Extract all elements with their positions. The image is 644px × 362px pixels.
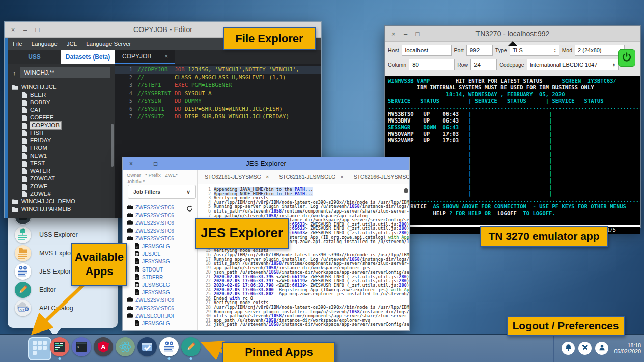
tab-uss[interactable]: USS <box>8 50 61 64</box>
menu-jcl[interactable]: JCL <box>67 41 77 47</box>
tree-item-winchj-jcl[interactable]: WINCHJ.JCL <box>8 83 115 91</box>
spool-file-jesmsglg[interactable]: JESMSGLG <box>126 243 197 250</box>
job-zwes2sv-stc6[interactable]: ZWES2SV:STC6 <box>126 235 197 243</box>
close-tab-icon[interactable]: × <box>164 53 168 60</box>
tab-copyjob[interactable]: COPYJOB × <box>115 50 175 64</box>
pinned-tasks-app[interactable] <box>137 337 157 356</box>
pinned-editor-app[interactable] <box>181 337 201 356</box>
spool-log-view[interactable]: 1Appending JAVA_HOME/bin to the PATH...2… <box>198 184 409 330</box>
tab-datasets-beta[interactable]: Datasets (Beta) <box>61 50 115 64</box>
tree-item-zowe[interactable]: ZOWE# <box>8 190 115 198</box>
close-icon[interactable]: × <box>390 30 397 38</box>
tree-item-coffee[interactable]: COFFEE <box>8 114 115 122</box>
tree-item-new1[interactable]: NEW1 <box>8 152 115 160</box>
mod-select[interactable]: 2 (24x80) ▲▼ <box>575 45 625 56</box>
code-text: //SYSIN DD DUMMY <box>137 97 202 105</box>
app-item-label: JES Explorer <box>39 268 76 275</box>
tree-item-beer[interactable]: BEER <box>8 91 115 99</box>
tree-item-test[interactable]: TEST <box>8 160 115 167</box>
pinned-jes-explorer-app[interactable] <box>159 337 179 356</box>
job-zwes2sv-stc6[interactable]: ZWES2SV:STC6 <box>126 219 197 227</box>
disconnect-power-button[interactable] <box>618 49 635 67</box>
tree-item-friday[interactable]: FRIDAY <box>8 137 115 144</box>
file-icon <box>22 184 27 190</box>
row-input[interactable]: 24 <box>470 59 497 70</box>
maximize-icon[interactable]: □ <box>414 30 421 38</box>
code-line-6: 6//SYSUT1 DD DISP=SHR,DSN=WINCHJ.JCL(FIS… <box>115 105 321 113</box>
minimize-icon[interactable]: – <box>140 160 147 167</box>
minimize-icon[interactable]: – <box>402 30 409 38</box>
refresh-icon[interactable] <box>186 205 193 214</box>
tree-item-bobby[interactable]: BOBBY <box>8 99 115 106</box>
app-item-uss-explorer-app[interactable]: USS Explorer <box>15 226 118 244</box>
spool-file-stderr[interactable]: STDERR <box>126 274 197 281</box>
code-line-1: 1//COPYJOB JOB 123456, 'WINCHJ',NOTIFY='… <box>115 66 321 74</box>
tree-item-label: TEST <box>30 160 45 167</box>
host-input[interactable]: localhost <box>402 45 452 56</box>
tree-item-fish[interactable]: FISH <box>8 129 115 137</box>
spool-tab-stc62166-jesysmsg[interactable]: STC62166-JESYSMSG× <box>354 174 409 180</box>
close-icon[interactable]: × <box>10 26 16 34</box>
preferences-button[interactable] <box>578 342 592 355</box>
tree-item-from[interactable]: FROM <box>8 144 115 152</box>
collapse-panel-icon[interactable] <box>508 41 517 46</box>
close-icon[interactable]: × <box>128 160 134 167</box>
job-zwes2sv-stc6[interactable]: ZWES2SV:STC6 <box>126 296 197 304</box>
tree-item-water[interactable]: WATER <box>8 167 115 175</box>
editor-sidebar: USS Datasets (Beta) ↑ WINCHJ.** WINCHJ.J… <box>8 50 115 218</box>
spool-tab-stc62161-jesmsglg[interactable]: STC62161-JESMSGLG× <box>279 174 343 180</box>
menu-language-server[interactable]: Language Server <box>86 41 131 47</box>
maximize-icon[interactable]: □ <box>152 160 159 167</box>
spool-file-jesysmsg[interactable]: JESYSMSG <box>126 289 197 296</box>
spool-file-jesmsglg[interactable]: JESMSGLG <box>126 320 197 327</box>
port-input[interactable]: 992 <box>466 45 493 56</box>
spool-file-jesysmsg[interactable]: JESYSMSG <box>126 258 197 265</box>
close-tab-icon[interactable]: × <box>266 174 269 180</box>
spool-file-stdout[interactable]: STDOUT <box>126 266 197 274</box>
tree-scrollbar[interactable] <box>111 124 114 167</box>
tree-item-cat[interactable]: CAT <box>8 106 115 114</box>
terminal-line: ........................................… <box>388 104 637 111</box>
tree-item-winchj-jcl-demo[interactable]: WINCHJ.JCL.DEMO <box>8 198 115 205</box>
tree-item-zowcat[interactable]: ZOWCAT <box>8 175 115 183</box>
code-text: //COPYJOB JOB 123456, 'WINCHJ',NOTIFY='W… <box>137 66 299 74</box>
tree-item-label: BEER <box>30 91 46 99</box>
pinned-angular-app[interactable]: A <box>94 337 113 356</box>
code-text: //SYSUT2 DD DISP=SHR,DSN=WINCHJ.JCL(FRID… <box>137 113 289 121</box>
notifications-button[interactable] <box>562 342 575 355</box>
codepage-select[interactable]: International EBCDIC 1047 ▲▼ <box>527 59 619 70</box>
tree-item-zowe[interactable]: ZOWE <box>8 183 115 190</box>
pinned-terminal-app[interactable] <box>50 337 69 356</box>
file-icon <box>22 130 27 136</box>
up-arrow-icon[interactable]: ↑ <box>13 69 16 77</box>
app-item-api-catalog-app[interactable]: APIAPI Catalog <box>15 299 118 317</box>
spool-file-jesjcl[interactable]: JESJCL <box>126 250 197 258</box>
pinned-vt-terminal-app[interactable]: >_ <box>72 337 91 356</box>
maximize-icon[interactable]: □ <box>34 26 41 34</box>
app-launcher-button[interactable] <box>28 337 51 360</box>
dataset-search-input[interactable]: WINCHJ.** <box>20 67 111 78</box>
job-zwes2sv-stc6[interactable]: ZWES2SV:STC6 <box>126 227 197 235</box>
close-tab-icon[interactable]: × <box>340 174 343 180</box>
job-zwesecur-joi[interactable]: ZWESECUR:JOI <box>126 312 197 320</box>
terminal-screen[interactable]: WINMVS3B VAMP HIT ENTER FOR LATEST STATU… <box>385 76 640 225</box>
jes-titlebar[interactable]: × – □ JES Explorer <box>123 157 409 170</box>
user-button[interactable] <box>595 342 608 355</box>
type-select[interactable]: TLS ▲▼ <box>510 45 559 56</box>
spool-tab-stc62161-jesysmsg[interactable]: STC62161-JESYSMSG× <box>205 174 269 180</box>
spool-file-jesmsglg[interactable]: JESMSGLG <box>126 281 197 289</box>
pinned-react-app[interactable] <box>116 337 135 356</box>
tree-item-winchj-parmlib[interactable]: WINCHJ.PARMLIB <box>8 205 115 213</box>
dropdown-arrows-icon: ▲▼ <box>554 48 556 53</box>
menu-language[interactable]: Language <box>32 41 58 47</box>
tree-item-label: STDOUT <box>142 267 163 273</box>
tn3270-titlebar[interactable]: × – □ TN3270 - localhost:992 <box>385 26 640 42</box>
job-filters-dropdown[interactable]: Job Filters ∨ <box>128 185 196 199</box>
column-input[interactable]: 80 <box>409 59 455 70</box>
minimize-icon[interactable]: – <box>22 26 29 34</box>
log-scrollbar[interactable] <box>404 188 408 193</box>
tn3270-window-title: TN3270 - localhost:992 <box>385 26 640 41</box>
job-zwes2sv-stc6[interactable]: ZWES2SV:STC6 <box>126 304 197 312</box>
menu-file[interactable]: File <box>13 41 22 47</box>
tree-item-copyjob[interactable]: COPYJOB <box>8 122 115 129</box>
